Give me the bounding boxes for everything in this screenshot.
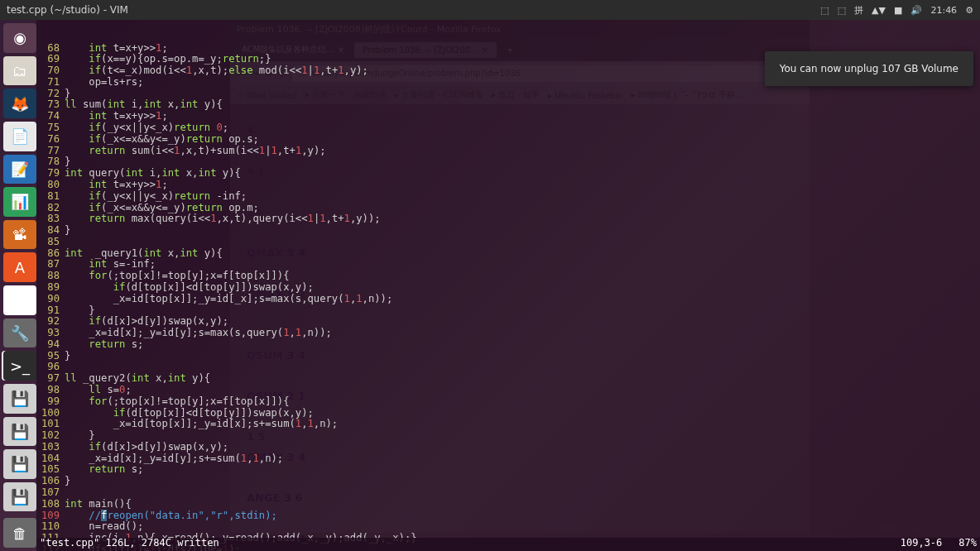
vim-editor[interactable]: 68 int t=x+y>>1;69 if(x==y){op.s=op.m=_y… [36,20,980,551]
code-line[interactable]: 79int query(int i,int x,int y){ [38,168,978,180]
launcher-item-firefox[interactable]: 🦊 [3,89,36,118]
code-line[interactable]: 77 return sum(i<<1,x,t)+sum(i<<1|1,t+1,y… [38,146,978,157]
code-line[interactable]: 103 if(d[x]>d[y])swap(x,y); [38,442,978,453]
launcher-item-disk1[interactable]: 💾 [3,384,36,414]
vim-scroll-pct: 87% [958,538,977,551]
notification-text: You can now unplug 107 GB Volume [780,63,958,74]
code-line[interactable]: 85 [38,237,978,248]
code-line[interactable]: 98 ll s=0; [38,385,978,396]
launcher-item-software[interactable]: A [3,252,36,282]
tray-icon[interactable]: ⬚ [838,5,846,16]
launcher-item-amazon[interactable]: a [3,285,36,315]
launcher-item-disk4[interactable]: 💾 [3,482,36,512]
code-line[interactable]: 102 } [38,430,978,442]
vim-status-left: "test.cpp" 126L, 2784C written [40,538,901,551]
network-icon[interactable]: ▲▼ [872,5,886,16]
tray-icon[interactable]: ⬚ [820,5,829,16]
code-line[interactable]: 82 if(_x<=x&&y<=_y)return op.m; [38,203,978,214]
launcher-item-disk3[interactable]: 💾 [3,449,36,479]
launcher-item-writer[interactable]: 📝 [3,155,36,184]
code-line[interactable]: 110 n=read(); [38,521,978,533]
code-line[interactable]: 99 for(;top[x]!=top[y];x=f[top[x]]){ [38,396,978,408]
code-line[interactable]: 92 if(d[x]>d[y])swap(x,y); [38,316,978,328]
code-line[interactable]: 100 if(d[top[x]]<d[top[y]])swap(x,y); [38,408,978,419]
code-line[interactable]: 108int main(){ [38,499,978,510]
launcher-item-settings[interactable]: 🔧 [3,319,36,348]
launcher-item-calc[interactable]: 📊 [3,187,36,217]
code-line[interactable]: 96 [38,362,978,373]
code-line[interactable]: 105 return s; [38,464,978,476]
code-line[interactable]: 91 } [38,305,978,317]
code-line[interactable]: 74 int t=x+y>>1; [38,111,978,122]
vim-cursor-pos: 109,3-6 [901,538,943,551]
system-tray: ⬚ ⬚ 拼 ▲▼ ■ 🔊 21:46 ⚙ [820,4,973,17]
code-line[interactable]: 73ll sum(int i,int x,int y){ [38,99,978,111]
launcher-trash[interactable]: 🗑 [3,518,36,548]
volume-icon[interactable]: 🔊 [910,5,922,16]
launcher-item-terminal[interactable]: >_ [3,351,36,381]
code-line[interactable]: 86int _query1(int x,int y){ [38,248,978,260]
code-line[interactable]: 88 for(;top[x]!=top[y];x=f[top[x]]){ [38,271,978,282]
code-line[interactable]: 94 return s; [38,339,978,351]
code-line[interactable]: 93 _x=id[x];_y=id[y];s=max(s,query(1,1,n… [38,328,978,339]
launcher: ◉🗂🦊📄📝📊📽Aa🔧>_💾💾💾💾 🗑 [0,20,40,551]
vim-status-bar: "test.cpp" 126L, 2784C written 109,3-6 8… [36,538,980,551]
battery-icon[interactable]: ■ [894,5,902,16]
code-line[interactable]: 72} [38,89,978,100]
launcher-item-disk2[interactable]: 💾 [3,417,36,447]
clock[interactable]: 21:46 [930,5,957,16]
code-line[interactable]: 106} [38,476,978,487]
code-line[interactable]: 90 _x=id[top[x]];_y=id[_x];s=max(s,query… [38,294,978,305]
code-line[interactable]: 81 if(_y<x||y<_x)return -inf; [38,191,978,203]
code-line[interactable]: 109 //freopen("data.in","r",stdin); [38,510,978,522]
keyboard-indicator[interactable]: 拼 [854,4,863,17]
code-line[interactable]: 97ll _query2(int x,int y){ [38,373,978,385]
code-line[interactable]: 101 _x=id[top[x]];_y=id[x];s+=sum(1,1,n)… [38,419,978,430]
code-line[interactable]: 104 _x=id[x];_y=id[y];s+=sum(1,1,n); [38,453,978,465]
window-title: test.cpp (~/studio) - VIM [7,4,820,16]
launcher-item-libreoffice[interactable]: 📄 [3,122,36,151]
code-line[interactable]: 89 if(d[top[x]]<d[top[y]])swap(x,y); [38,282,978,294]
code-line[interactable]: 76 if(_x<=x&&y<=_y)return op.s; [38,134,978,146]
code-line[interactable]: 83 return max(query(i<<1,x,t),query(i<<1… [38,213,978,225]
code-line[interactable]: 107 [38,487,978,499]
notification-toast[interactable]: You can now unplug 107 GB Volume [765,51,973,86]
code-line[interactable]: 80 int t=x+y>>1; [38,180,978,191]
launcher-item-impress[interactable]: 📽 [3,220,36,250]
code-line[interactable]: 87 int s=-inf; [38,259,978,271]
code-line[interactable]: 84} [38,225,978,237]
top-panel: test.cpp (~/studio) - VIM ⬚ ⬚ 拼 ▲▼ ■ 🔊 2… [0,0,980,20]
code-line[interactable]: 78} [38,156,978,168]
code-line[interactable]: 95} [38,351,978,362]
launcher-item-dash[interactable]: ◉ [3,23,36,53]
gear-icon[interactable]: ⚙ [965,5,973,16]
launcher-item-files[interactable]: 🗂 [3,56,36,86]
code-line[interactable]: 75 if(_y<x||y<_x)return 0; [38,122,978,134]
